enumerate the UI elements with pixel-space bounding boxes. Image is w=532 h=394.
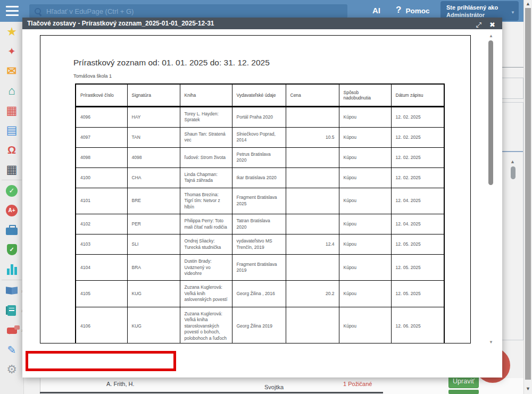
table-row: 4102 PER Philippa Perry: Toto mali čítať… — [76, 214, 444, 234]
sidebar-item-favorites[interactable]: ★ — [0, 22, 23, 41]
table-row: 4100 CHA Linda Chapman: Tajná záhrada Ik… — [76, 167, 444, 188]
report-school-name: Tomášova škola 1 — [73, 73, 112, 79]
ai-button[interactable]: AI — [372, 6, 380, 15]
scroll-down-icon[interactable]: ▼ — [489, 340, 493, 345]
sidebar-item-calendar[interactable]: ▦ — [0, 160, 23, 179]
sidebar-item-messages[interactable]: ✉ — [0, 61, 23, 81]
report-title: Prírastkový zoznam od: 01. 01. 2025 do: … — [73, 58, 270, 68]
agenda-briefcase-icon — [6, 228, 18, 235]
table-row: 4098 4098 ľudové: Strom života Petrus Br… — [76, 147, 444, 167]
preview-scrollbar-thumb[interactable] — [488, 40, 493, 185]
sidebar-item-timetable[interactable]: ▦ — [0, 100, 23, 120]
table-row: 4103 SLI Ondrej Sliacky: Turecká studnič… — [76, 234, 444, 255]
table-row: 4104 BRA Dustin Brady: Uväznený vo video… — [76, 255, 444, 281]
book-author-text: A. Frith, H. — [106, 381, 135, 387]
communication-chat-icon — [7, 328, 17, 334]
list-scrollbar-thumb[interactable] — [511, 166, 516, 179]
rights-shield-icon: ✓ — [7, 244, 17, 255]
star-icon: ★ — [6, 26, 17, 38]
modal-title: Tlačové zostavy - Prírastkový zoznam_202… — [27, 20, 214, 27]
background-divider — [502, 67, 523, 68]
left-sidebar: ★ ✦ ✉ ⌂ ▦ ▤ Ω ▦ ✓ A+ ✓ › › › ✎ ⚙ — [0, 22, 24, 394]
table-row: 4106 KUG Zuzana Kuglerová: Veľká kniha s… — [76, 307, 444, 343]
search-icon — [35, 8, 41, 15]
question-icon: ? — [396, 5, 401, 15]
sidebar-item-agenda[interactable] — [0, 220, 23, 240]
chevron-down-icon: ▼ — [511, 10, 515, 15]
page-scrollbar[interactable]: ▲ ▼ — [523, 0, 532, 394]
background-panel — [499, 78, 523, 99]
timetable-grid-icon: ▦ — [6, 105, 18, 116]
settings-gear-icon: ⚙ — [6, 364, 17, 375]
sidebar-item-substitution[interactable]: Ω — [0, 140, 23, 160]
sidebar-item-settings[interactable]: ⚙ — [0, 359, 23, 379]
scroll-up-icon[interactable]: ▲ — [489, 33, 493, 38]
accession-table: Prírastkové číslo Signatúra Kniha Vydava… — [75, 83, 445, 343]
mail-icon: ✉ — [7, 65, 16, 77]
modal-toolbar: Vytlačiť Uložiť ▼ Náhľad tlače A4 - Na v… — [22, 352, 502, 378]
statistics-bars-icon — [7, 264, 17, 275]
hamburger-menu-icon[interactable] — [6, 6, 19, 16]
loan-status-badge: 1 Požičané — [343, 381, 372, 387]
help-button[interactable]: ? Pomoc — [396, 5, 429, 15]
sidebar-divider — [2, 280, 22, 280]
col-header: Vydavateľské údaje — [232, 84, 286, 107]
sidebar-item-grades[interactable]: A+ — [0, 200, 23, 220]
col-header: Kniha — [180, 84, 232, 107]
table-row: 4101 BRE Thomas Brezina: Tigrí tím: Netv… — [76, 188, 444, 214]
page-scrollbar-thumb[interactable] — [525, 8, 531, 380]
table-row: 4097 TAN Shaun Tan: Stratená vec Slniečk… — [76, 127, 444, 147]
print-reports-modal: Tlačové zostavy - Prírastkový zoznam_202… — [22, 18, 502, 378]
magic-wand-icon: ✦ — [7, 46, 16, 56]
scroll-down-icon[interactable]: ▼ — [526, 386, 530, 391]
table-row: 4096 HAY Torey L. Hayden: Spratek Portál… — [76, 107, 444, 128]
grades-aplus-icon: A+ — [6, 205, 18, 216]
library-book-icon — [5, 286, 18, 295]
sidebar-item-rights[interactable]: ✓ — [0, 240, 23, 259]
notes-pen-icon: ✎ — [7, 345, 16, 355]
background-divider — [501, 151, 523, 152]
background-row-divider — [40, 392, 383, 393]
book-publisher-text: Svojtka — [264, 384, 284, 390]
sidebar-item-notes[interactable]: ✎ — [0, 340, 23, 359]
preview-scrollbar[interactable]: ▲ ▼ — [487, 33, 495, 345]
search-input[interactable] — [46, 7, 342, 15]
table-header-row: Prírastkové číslo Signatúra Kniha Vydava… — [76, 84, 444, 107]
user-logged-in-label: Ste prihlásený ako — [446, 4, 507, 11]
scroll-up-icon[interactable]: ▲ — [526, 1, 530, 6]
close-icon[interactable]: ✖ — [489, 19, 495, 31]
notebook-icon: ▤ — [6, 124, 18, 136]
list-scrollbar-up-icon[interactable]: ▲ — [510, 159, 515, 164]
edit-button-partial[interactable] — [448, 390, 479, 394]
attendance-check-icon: ✓ — [6, 185, 18, 197]
sidebar-item-library[interactable]: › — [0, 281, 23, 300]
modal-titlebar: Tlačové zostavy - Prírastkový zoznam_202… — [22, 18, 502, 29]
documents-icon — [7, 305, 16, 316]
col-header: Cena — [286, 84, 339, 107]
col-header: Dátum zápisu — [391, 84, 444, 107]
background-panel — [499, 102, 523, 340]
col-header: Spôsob nadobudnutia — [339, 84, 391, 107]
substitution-person-icon: Ω — [7, 145, 16, 155]
sidebar-item-statistics[interactable] — [0, 259, 23, 279]
col-header: Signatúra — [127, 84, 180, 107]
sidebar-item-classbook[interactable]: ▤ — [0, 120, 23, 140]
report-preview-page: Prírastkový zoznam od: 01. 01. 2025 do: … — [40, 35, 471, 343]
sidebar-item-home[interactable]: ⌂ — [0, 81, 23, 100]
sidebar-divider — [2, 180, 22, 180]
table-row: 4105 KUG Zuzana Kuglerová: Veľká knih as… — [76, 281, 444, 307]
sidebar-item-documents[interactable]: › — [0, 300, 23, 320]
calendar-icon: ▦ — [6, 164, 18, 175]
sidebar-item-communication[interactable]: › — [0, 320, 23, 340]
home-icon: ⌂ — [8, 85, 15, 97]
expand-icon[interactable]: ⤢ — [476, 19, 481, 31]
sidebar-item-attendance[interactable]: ✓ — [0, 181, 23, 200]
sidebar-item-wizard[interactable]: ✦ — [0, 41, 23, 61]
col-header: Prírastkové číslo — [76, 84, 127, 107]
global-search — [29, 4, 347, 18]
